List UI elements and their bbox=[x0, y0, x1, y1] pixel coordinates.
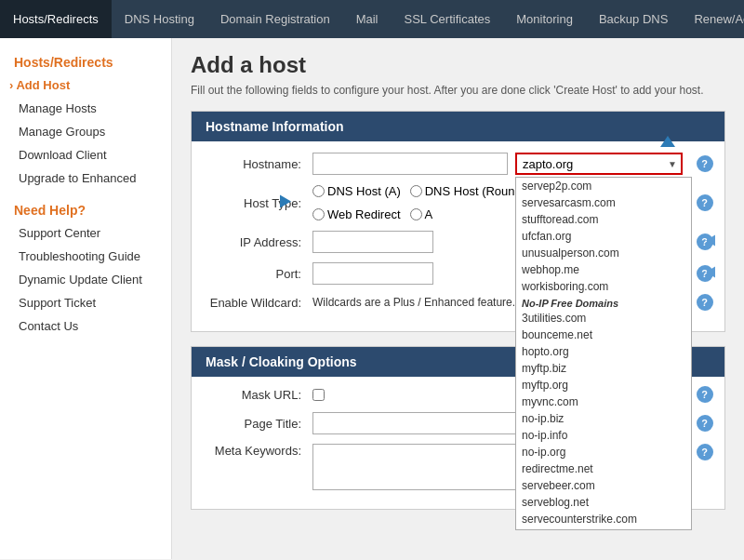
hostname-input[interactable] bbox=[312, 153, 508, 175]
hostname-help-icon[interactable]: ? bbox=[697, 155, 713, 172]
meta-keywords-label: Meta Keywords: bbox=[201, 444, 312, 458]
page-title-label: Page Title: bbox=[201, 417, 312, 431]
domain-item[interactable]: redirectme.net bbox=[516, 460, 691, 477]
selected-domain-text: zapto.org bbox=[523, 157, 573, 171]
sidebar-item-support-ticket[interactable]: Support Ticket bbox=[0, 291, 171, 314]
radio-web[interactable]: Web Redirect bbox=[312, 207, 401, 221]
radio-dns-rr-input[interactable] bbox=[410, 185, 422, 197]
mask-url-help-icon[interactable]: ? bbox=[697, 386, 713, 403]
sidebar-item-upgrade[interactable]: Upgrade to Enhanced bbox=[0, 167, 171, 190]
sidebar-item-manage-groups[interactable]: Manage Groups bbox=[0, 120, 171, 143]
domain-item[interactable]: servebeer.com bbox=[516, 477, 691, 494]
main-content: Add a host Fill out the following fields… bbox=[172, 38, 744, 559]
radio-dns-a-input[interactable] bbox=[312, 185, 325, 197]
sidebar-item-troubleshooting[interactable]: Troubleshooting Guide bbox=[0, 245, 171, 268]
port-label: Port: bbox=[201, 267, 312, 281]
domain-item[interactable]: bounceme.net bbox=[516, 327, 691, 343]
hostname-section-header: Hostname Information bbox=[192, 112, 724, 141]
nav-item-backup-dns[interactable]: Backup DNS bbox=[586, 0, 681, 38]
radio-dns-a[interactable]: DNS Host (A) bbox=[312, 184, 401, 198]
domain-item[interactable]: webhop.me bbox=[516, 261, 691, 278]
domain-item[interactable]: hopto.org bbox=[516, 343, 691, 360]
domain-item[interactable]: unusualperson.com bbox=[516, 245, 691, 261]
domain-item[interactable]: no-ip.info bbox=[516, 427, 691, 444]
radio-web-label: Web Redirect bbox=[327, 207, 401, 221]
sidebar-item-support-center[interactable]: Support Center bbox=[0, 221, 171, 245]
top-navigation: Hosts/Redirects DNS Hosting Domain Regis… bbox=[0, 0, 744, 38]
host-type-label: Host Type: bbox=[201, 196, 312, 210]
nav-item-monitoring[interactable]: Monitoring bbox=[503, 0, 586, 38]
sidebar-item-contact[interactable]: Contact Us bbox=[0, 314, 171, 338]
meta-keywords-help-icon[interactable]: ? bbox=[697, 444, 713, 460]
nav-item-domain-registration[interactable]: Domain Registration bbox=[207, 0, 343, 38]
domain-item[interactable]: no-ip.org bbox=[516, 444, 691, 460]
hostname-section: Hostname Information Hostname: zapto.org bbox=[191, 111, 725, 332]
domain-item[interactable]: myftp.org bbox=[516, 377, 691, 393]
wildcard-label: Enable Wildcard: bbox=[201, 296, 312, 310]
domain-item[interactable]: serveblog.net bbox=[516, 494, 691, 511]
domain-item[interactable]: 3utilities.com bbox=[516, 310, 691, 327]
mask-url-checkbox[interactable] bbox=[312, 389, 325, 401]
page-title: Add a host bbox=[191, 52, 725, 78]
sidebar-item-download-client[interactable]: Download Client bbox=[0, 143, 171, 167]
domain-item[interactable]: servep2p.com bbox=[516, 178, 691, 194]
radio-a-label: A bbox=[425, 207, 433, 221]
domain-item[interactable]: myftp.biz bbox=[516, 360, 691, 377]
domain-item[interactable]: no-ip.biz bbox=[516, 410, 691, 427]
sidebar-item-manage-hosts[interactable]: Manage Hosts bbox=[0, 97, 171, 120]
sidebar-section-help: Need Help? bbox=[0, 190, 171, 221]
nav-item-mail[interactable]: Mail bbox=[343, 0, 392, 38]
nav-item-hosts[interactable]: Hosts/Redirects bbox=[0, 0, 112, 38]
nav-item-dns-hosting[interactable]: DNS Hosting bbox=[112, 0, 207, 38]
domain-item[interactable]: serveftp.com bbox=[516, 527, 691, 530]
hostname-field: zapto.org servep2p.com servesarcasm.com … bbox=[312, 153, 689, 175]
port-input[interactable] bbox=[312, 262, 433, 285]
radio-a[interactable]: A bbox=[410, 207, 433, 221]
domain-select-display[interactable]: zapto.org bbox=[515, 153, 683, 175]
mask-url-label: Mask URL: bbox=[201, 388, 312, 402]
radio-a-input[interactable] bbox=[410, 208, 422, 220]
dropdown-arrow-indicator bbox=[660, 136, 675, 147]
sidebar-section-hosts: Hosts/Redirects bbox=[0, 47, 171, 73]
page-subtitle: Fill out the following fields to configu… bbox=[191, 84, 725, 97]
domain-select-wrapper: zapto.org servep2p.com servesarcasm.com … bbox=[515, 153, 683, 175]
hostname-row: Hostname: zapto.org servep2p.com servesa bbox=[201, 153, 715, 175]
domain-item[interactable]: myvnc.com bbox=[516, 393, 691, 410]
domain-dropdown-list[interactable]: servep2p.com servesarcasm.com stufftorea… bbox=[515, 177, 692, 530]
radio-dns-a-label: DNS Host (A) bbox=[327, 184, 401, 198]
ip-address-input[interactable] bbox=[312, 231, 433, 253]
sidebar: Hosts/Redirects Add Host Manage Hosts Ma… bbox=[0, 38, 172, 559]
noip-section-label: No-IP Free Domains bbox=[516, 295, 691, 310]
domain-item[interactable]: stufftoread.com bbox=[516, 211, 691, 228]
host-type-arrow bbox=[280, 195, 291, 208]
hostname-label: Hostname: bbox=[201, 157, 312, 171]
sidebar-item-add-host[interactable]: Add Host bbox=[0, 73, 171, 97]
domain-item[interactable]: workisboring.com bbox=[516, 278, 691, 295]
radio-web-input[interactable] bbox=[312, 208, 325, 220]
ip-address-label: IP Address: bbox=[201, 235, 312, 249]
domain-item[interactable]: servecounterstrike.com bbox=[516, 511, 691, 527]
ip-arrow bbox=[706, 235, 715, 247]
port-arrow bbox=[706, 267, 715, 278]
domain-item[interactable]: servesarcasm.com bbox=[516, 194, 691, 211]
hostname-section-body: Hostname: zapto.org servep2p.com servesa bbox=[192, 141, 724, 331]
domain-item[interactable]: ufcfan.org bbox=[516, 228, 691, 245]
wildcard-help-icon[interactable]: ? bbox=[697, 294, 713, 311]
page-layout: Hosts/Redirects Add Host Manage Hosts Ma… bbox=[0, 38, 744, 559]
page-title-help-icon[interactable]: ? bbox=[697, 415, 713, 432]
nav-item-renew[interactable]: Renew/Activate bbox=[681, 0, 744, 38]
host-type-help-icon[interactable]: ? bbox=[697, 194, 713, 211]
sidebar-item-dynamic-update[interactable]: Dynamic Update Client bbox=[0, 268, 171, 291]
nav-item-ssl[interactable]: SSL Certificates bbox=[392, 0, 504, 38]
